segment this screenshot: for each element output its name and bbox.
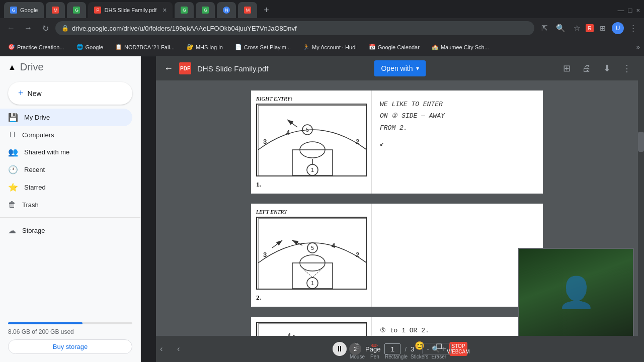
bookmarks-more[interactable]: » bbox=[636, 43, 640, 51]
more-options-button[interactable]: ⋮ bbox=[618, 59, 636, 77]
bookmark-maumee[interactable]: 🏫 Maumee City Sch... bbox=[428, 43, 493, 51]
extension-1[interactable]: R bbox=[586, 24, 594, 32]
tab-8-favicon: M bbox=[244, 7, 251, 14]
svg-text:4: 4 bbox=[286, 129, 290, 136]
svg-text:2: 2 bbox=[356, 138, 359, 145]
tab-active-favicon: P bbox=[94, 7, 101, 14]
page-3-diagram-area: 3 4 2 5 1 bbox=[251, 317, 372, 336]
computers-icon: 🖥 bbox=[8, 130, 16, 139]
bookmark-maumee-label: Maumee City Sch... bbox=[441, 44, 489, 50]
bookmark-cross-icon: 📄 bbox=[235, 44, 242, 50]
download-button[interactable]: ⬇ bbox=[598, 59, 616, 77]
scrollbar-thumb[interactable] bbox=[638, 132, 644, 152]
page-label: Page bbox=[365, 345, 380, 353]
svg-text:5: 5 bbox=[311, 245, 314, 251]
webcam-overlay: 👤 bbox=[518, 248, 634, 336]
more-button[interactable]: ⋮ bbox=[626, 21, 640, 35]
print-button[interactable]: 🖨 bbox=[578, 59, 596, 77]
sidebar-item-recent-label: Recent bbox=[24, 166, 45, 173]
address-text: drive.google.com/drive/u/0/folders/199qk… bbox=[72, 25, 528, 32]
bookmark-mhs[interactable]: 🔐 MHS log in bbox=[183, 43, 227, 51]
search-button[interactable]: 🔍 bbox=[553, 21, 568, 35]
bookmark-google[interactable]: 🌐 Google bbox=[72, 43, 107, 51]
reload-button[interactable]: ↻ bbox=[38, 21, 52, 35]
tab-5-favicon: G bbox=[181, 7, 188, 14]
tab-6[interactable]: G bbox=[196, 2, 215, 18]
bookmark-hudl-label: My Account · Hudl bbox=[312, 44, 357, 50]
page-2-notes bbox=[372, 204, 543, 307]
tab-2[interactable]: M bbox=[46, 2, 65, 18]
zoom-in-button[interactable]: + bbox=[442, 344, 446, 353]
sidebar-item-recent[interactable]: 🕐 Recent bbox=[0, 161, 132, 178]
minimize-button[interactable]: — bbox=[618, 7, 624, 14]
pause-tool[interactable]: ⏸ bbox=[333, 342, 347, 356]
tab-3-favicon: G bbox=[73, 7, 80, 14]
sidebar-item-my-drive[interactable]: 💾 My Drive bbox=[0, 109, 132, 126]
bookmark-practice-label: Practice Creation... bbox=[17, 44, 64, 50]
maximize-button[interactable]: □ bbox=[628, 7, 632, 14]
star-button[interactable]: ☆ bbox=[570, 21, 584, 35]
tab-2-favicon: M bbox=[52, 7, 59, 14]
pdf-back-button[interactable]: ← bbox=[164, 63, 173, 74]
bookmark-calendar-label: Google Calendar bbox=[378, 44, 420, 50]
buy-storage-button[interactable]: Buy storage bbox=[8, 339, 132, 354]
tab-7[interactable]: N bbox=[217, 2, 236, 18]
open-with-arrow-icon: ▾ bbox=[416, 65, 419, 72]
zoom-out-button[interactable]: - bbox=[427, 344, 429, 353]
expand-left-button[interactable]: ‹ bbox=[177, 344, 180, 353]
back-button[interactable]: ← bbox=[4, 21, 18, 35]
bookmark-cross[interactable]: 📄 Cross Set Play.m... bbox=[231, 43, 295, 51]
webcam-tool[interactable]: STOP WEBCAM bbox=[449, 342, 467, 356]
tab-3[interactable]: G bbox=[67, 2, 86, 18]
bookmark-nod[interactable]: 📋 NOD7BCA '21 Fall... bbox=[111, 43, 179, 51]
bookmark-calendar[interactable]: 📅 Google Calendar bbox=[365, 43, 424, 51]
storage-usage-text: 8.06 GB of 200 GB used bbox=[8, 328, 132, 335]
bookmark-google-label: Google bbox=[86, 44, 103, 50]
bookmark-hudl[interactable]: 🏃 My Account · Hudl bbox=[299, 43, 361, 51]
svg-text:1: 1 bbox=[311, 280, 314, 286]
sidebar-item-shared[interactable]: 👥 Shared with me bbox=[0, 143, 132, 161]
new-button[interactable]: + New bbox=[8, 82, 132, 105]
tab-5[interactable]: G bbox=[175, 2, 194, 18]
bookmark-cross-label: Cross Set Play.m... bbox=[244, 44, 291, 50]
diagram-2-number: 2. bbox=[256, 294, 366, 302]
grid-view-button[interactable]: ⊞ bbox=[557, 59, 576, 77]
pdf-scrollbar[interactable] bbox=[638, 80, 644, 336]
bookmarks-bar: 🎯 Practice Creation... 🌐 Google 📋 NOD7BC… bbox=[0, 38, 644, 56]
forward-button[interactable]: → bbox=[21, 21, 35, 35]
cast-button[interactable]: ⇱ bbox=[537, 21, 551, 35]
new-tab-button[interactable]: + bbox=[259, 3, 273, 17]
bookmark-google-icon: 🌐 bbox=[76, 44, 84, 50]
tab-1-label: Google bbox=[20, 7, 38, 13]
tab-active[interactable]: P DHS Slide Family.pdf × bbox=[88, 2, 173, 18]
bookmark-hudl-icon: 🏃 bbox=[303, 44, 310, 50]
starred-icon: ⭐ bbox=[8, 183, 18, 192]
close-button[interactable]: × bbox=[636, 7, 640, 14]
open-with-button[interactable]: Open with ▾ bbox=[374, 60, 426, 76]
tab-6-favicon: G bbox=[202, 7, 209, 14]
sidebar-item-computers[interactable]: 🖥 Computers bbox=[0, 126, 132, 143]
pdf-page-2: LEFT ENTRY 3 2 4 5 bbox=[251, 204, 543, 307]
sidebar-item-my-drive-label: My Drive bbox=[24, 114, 50, 121]
sidebar-item-starred[interactable]: ⭐ Starred bbox=[0, 178, 132, 196]
recent-icon: 🕐 bbox=[8, 165, 18, 174]
user-avatar[interactable]: U bbox=[612, 22, 624, 34]
tab-1[interactable]: G Google bbox=[4, 2, 44, 18]
tab-close[interactable]: × bbox=[163, 6, 167, 14]
tab-8[interactable]: M bbox=[238, 2, 257, 18]
bookmark-practice-icon: 🎯 bbox=[8, 44, 15, 50]
prev-page-button[interactable]: ‹ bbox=[160, 344, 163, 353]
sidebar-item-trash[interactable]: 🗑 Trash bbox=[0, 196, 132, 213]
sidebar-item-computers-label: Computers bbox=[22, 131, 54, 139]
page-3-notes-text: ⑤ to 1 OR 2. bbox=[380, 325, 535, 336]
bookmark-maumee-icon: 🏫 bbox=[432, 44, 439, 50]
bookmark-nod-label: NOD7BCA '21 Fall... bbox=[124, 44, 175, 50]
page-number-input[interactable] bbox=[384, 343, 400, 354]
diagram-1-number: 1. bbox=[256, 180, 366, 189]
extension-2[interactable]: ⊞ bbox=[596, 21, 610, 35]
pdf-toolbar: ← PDF DHS Slide Family.pdf Open with ▾ ⊞… bbox=[156, 56, 644, 80]
sidebar-item-storage[interactable]: ☁ Storage bbox=[0, 222, 132, 239]
pdf-page-3: 3 4 2 5 1 bbox=[251, 317, 543, 336]
address-bar[interactable]: 🔒 drive.google.com/drive/u/0/folders/199… bbox=[55, 21, 534, 35]
bookmark-practice[interactable]: 🎯 Practice Creation... bbox=[4, 43, 68, 51]
